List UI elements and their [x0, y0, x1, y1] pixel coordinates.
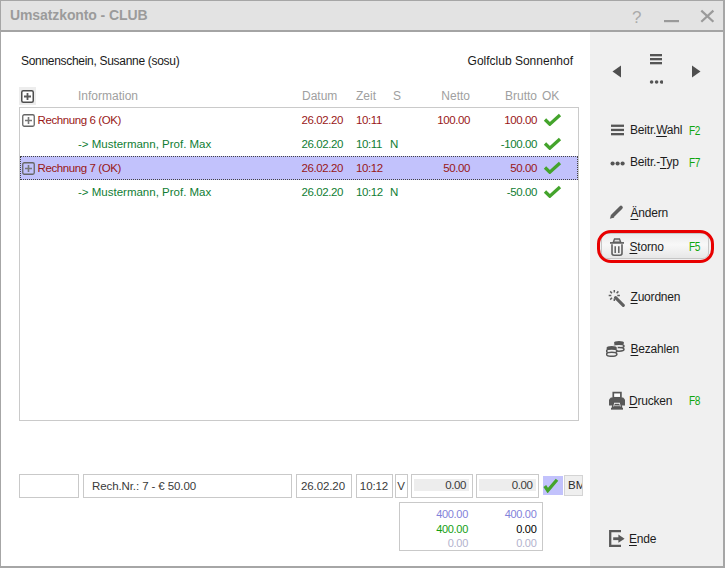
svg-text:?: ?: [632, 8, 641, 27]
